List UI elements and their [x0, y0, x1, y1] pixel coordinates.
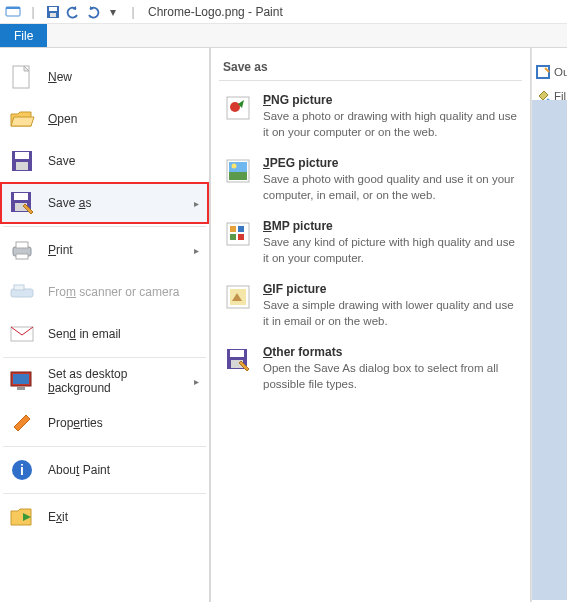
svg-rect-31	[238, 226, 244, 232]
canvas-area[interactable]	[532, 100, 567, 600]
menu-divider	[3, 226, 206, 227]
tool-label: Out	[554, 66, 567, 78]
info-icon: i	[8, 456, 36, 484]
print-icon	[8, 236, 36, 264]
svg-rect-33	[238, 234, 244, 240]
file-menu-dropdown: New Open Save Save as ▸ Print ▸ From sca…	[0, 48, 567, 602]
submenu-item-gif[interactable]: GIF picture Save a simple drawing with l…	[211, 276, 530, 339]
submenu-divider	[219, 80, 522, 81]
window-title: Chrome-Logo.png - Paint	[148, 5, 283, 19]
ribbon-area	[47, 24, 567, 47]
svg-rect-14	[16, 254, 28, 259]
submenu-item-desc: Save a photo with good quality and use i…	[263, 172, 518, 203]
submenu-item-other[interactable]: Other formats Open the Save As dialog bo…	[211, 339, 530, 402]
other-formats-icon	[223, 345, 253, 375]
ribbon-tab-row: File	[0, 24, 567, 48]
app-icon	[4, 3, 22, 21]
svg-point-24	[230, 102, 240, 112]
menu-set-desktop[interactable]: Set as desktop background ▸	[0, 360, 209, 402]
svg-rect-7	[15, 152, 29, 159]
menu-label: Save as	[48, 196, 182, 210]
save-as-icon	[8, 189, 36, 217]
menu-label: Send in email	[48, 327, 199, 341]
save-icon[interactable]	[44, 3, 62, 21]
svg-rect-13	[16, 242, 28, 248]
gif-icon	[223, 282, 253, 312]
svg-rect-8	[16, 162, 28, 170]
customize-qat-icon[interactable]: ▾	[104, 3, 122, 21]
menu-label: From scanner or camera	[48, 285, 199, 299]
svg-rect-32	[230, 234, 236, 240]
menu-save[interactable]: Save	[0, 140, 209, 182]
submenu-title: Save as	[211, 54, 530, 80]
svg-text:i: i	[20, 462, 24, 478]
submenu-item-png[interactable]: PNG picture Save a photo or drawing with…	[211, 87, 530, 150]
submenu-item-desc: Save a simple drawing with lower quality…	[263, 298, 518, 329]
menu-properties[interactable]: Properties	[0, 402, 209, 444]
separator: |	[124, 3, 142, 21]
menu-save-as[interactable]: Save as ▸	[0, 182, 209, 224]
quick-access-toolbar: | ▾ |	[4, 3, 142, 21]
jpeg-icon	[223, 156, 253, 186]
menu-open[interactable]: Open	[0, 98, 209, 140]
undo-icon[interactable]	[64, 3, 82, 21]
desktop-icon	[8, 367, 36, 395]
svg-rect-3	[49, 7, 57, 11]
file-tab[interactable]: File	[0, 24, 47, 47]
menu-label: Exit	[48, 510, 199, 524]
submenu-arrow-icon: ▸	[194, 198, 199, 209]
svg-rect-37	[230, 350, 244, 357]
new-icon	[8, 63, 36, 91]
menu-divider	[3, 357, 206, 358]
svg-rect-10	[14, 193, 28, 200]
menu-label: Save	[48, 154, 199, 168]
submenu-arrow-icon: ▸	[194, 376, 199, 387]
menu-label: New	[48, 70, 199, 84]
outline-icon	[536, 64, 550, 80]
title-bar: | ▾ | Chrome-Logo.png - Paint	[0, 0, 567, 24]
svg-rect-27	[229, 172, 247, 180]
properties-icon	[8, 409, 36, 437]
outline-tool[interactable]: Out	[532, 60, 567, 84]
svg-point-28	[232, 164, 237, 169]
submenu-item-desc: Save a photo or drawing with high qualit…	[263, 109, 518, 140]
svg-rect-19	[13, 374, 29, 384]
separator: |	[24, 3, 42, 21]
submenu-item-title: JPEG picture	[263, 156, 518, 170]
svg-rect-4	[50, 13, 56, 17]
exit-icon	[8, 503, 36, 531]
svg-rect-20	[17, 387, 25, 390]
menu-divider	[3, 493, 206, 494]
menu-label: Properties	[48, 416, 199, 430]
submenu-item-title: Other formats	[263, 345, 518, 359]
submenu-item-jpeg[interactable]: JPEG picture Save a photo with good qual…	[211, 150, 530, 213]
svg-rect-1	[6, 7, 20, 9]
svg-rect-16	[14, 285, 24, 290]
scanner-icon	[8, 278, 36, 306]
menu-label: Set as desktop background	[48, 367, 182, 395]
email-icon	[8, 320, 36, 348]
svg-rect-26	[229, 162, 247, 172]
bmp-icon	[223, 219, 253, 249]
submenu-item-desc: Open the Save As dialog box to select fr…	[263, 361, 518, 392]
menu-send-email[interactable]: Send in email	[0, 313, 209, 355]
menu-label: About Paint	[48, 463, 199, 477]
svg-rect-39	[537, 66, 549, 78]
save-as-submenu: Save as PNG picture Save a photo or draw…	[210, 48, 531, 602]
svg-rect-30	[230, 226, 236, 232]
menu-print[interactable]: Print ▸	[0, 229, 209, 271]
menu-new[interactable]: New	[0, 56, 209, 98]
redo-icon[interactable]	[84, 3, 102, 21]
submenu-item-title: GIF picture	[263, 282, 518, 296]
submenu-item-title: BMP picture	[263, 219, 518, 233]
submenu-item-bmp[interactable]: BMP picture Save any kind of picture wit…	[211, 213, 530, 276]
menu-exit[interactable]: Exit	[0, 496, 209, 538]
menu-divider	[3, 446, 206, 447]
menu-scanner: From scanner or camera	[0, 271, 209, 313]
open-icon	[8, 105, 36, 133]
save-disk-icon	[8, 147, 36, 175]
submenu-item-desc: Save any kind of picture with high quali…	[263, 235, 518, 266]
menu-about[interactable]: i About Paint	[0, 449, 209, 491]
menu-label: Open	[48, 112, 199, 126]
menu-label: Print	[48, 243, 182, 257]
